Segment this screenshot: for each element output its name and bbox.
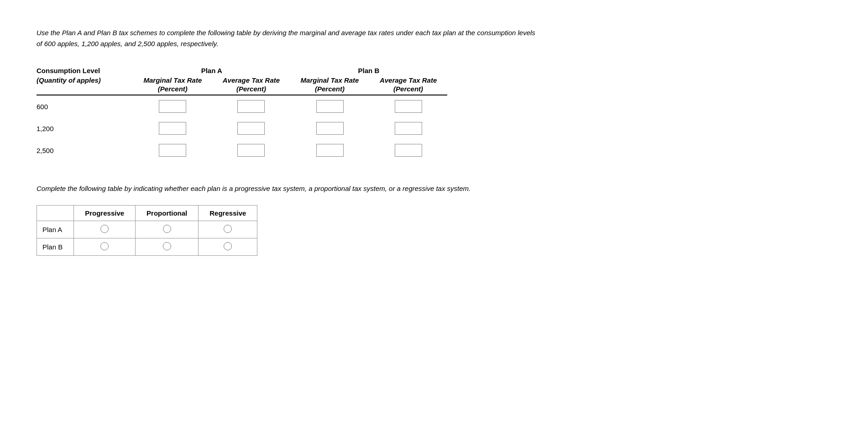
consumption-2500: 2,500 (37, 139, 133, 161)
type-header-row: Progressive Proportional Regressive (37, 206, 257, 221)
plan-a-progressive-cell (74, 221, 136, 238)
plan-a-marginal-600-cell (133, 95, 212, 117)
table-row: Plan A (37, 221, 257, 238)
plan-header-row: Consumption Level Plan A Plan B (37, 64, 447, 75)
plan-a-progressive-radio[interactable] (100, 225, 109, 233)
plan-a-marginal-2500-cell (133, 139, 212, 161)
plan-a-marginal-600-input[interactable] (159, 100, 186, 113)
plan-a-regressive-cell (199, 221, 257, 238)
table-row: 2,500 (37, 139, 447, 161)
table-row: Plan B (37, 238, 257, 256)
proportional-header: Proportional (136, 206, 199, 221)
tax-type-table: Progressive Proportional Regressive Plan… (37, 205, 257, 256)
plan-a-proportional-cell (136, 221, 199, 238)
plan-a-average-600-input[interactable] (237, 100, 265, 113)
plan-a-proportional-radio[interactable] (163, 225, 171, 233)
consumption-level-label: Consumption Level (37, 67, 100, 74)
plan-a-label: Plan A (37, 221, 74, 238)
plan-b-marginal-header: Marginal Tax Rate (290, 75, 369, 85)
plan-a-marginal-2500-input[interactable] (159, 144, 186, 157)
consumption-header: Consumption Level (37, 64, 133, 75)
plan-b-marginal-percent: (Percent) (290, 85, 369, 95)
plan-b-average-600-cell (369, 95, 447, 117)
main-section: Use the Plan A and Plan B tax schemes to… (37, 27, 831, 161)
plan-a-marginal-header: Marginal Tax Rate (133, 75, 212, 85)
regressive-header: Regressive (199, 206, 257, 221)
plan-b-proportional-radio[interactable] (163, 242, 171, 250)
consumption-1200: 1,200 (37, 117, 133, 139)
plan-a-marginal-1200-cell (133, 117, 212, 139)
plan-b-marginal-1200-input[interactable] (316, 122, 344, 135)
plan-b-average-1200-cell (369, 117, 447, 139)
table-row: 600 (37, 95, 447, 117)
plan-a-average-600-cell (212, 95, 290, 117)
plan-a-average-1200-input[interactable] (237, 122, 265, 135)
plan-b-regressive-radio[interactable] (224, 242, 232, 250)
plan-b-marginal-600-input[interactable] (316, 100, 344, 113)
plan-b-average-header: Average Tax Rate (369, 75, 447, 85)
table-row: 1,200 (37, 117, 447, 139)
plan-b-marginal-600-cell (290, 95, 369, 117)
plan-b-average-2500-input[interactable] (395, 144, 422, 157)
quantity-subheader: (Quantity of apples) (37, 75, 133, 85)
type-empty-header (37, 206, 74, 221)
plan-a-marginal-1200-input[interactable] (159, 122, 186, 135)
main-tax-table: Consumption Level Plan A Plan B (Quantit… (37, 64, 447, 161)
plan-a-header: Plan A (133, 64, 290, 75)
plan-b-proportional-cell (136, 238, 199, 256)
plan-b-label: Plan B (37, 238, 74, 256)
plan-b-average-2500-cell (369, 139, 447, 161)
plan-b-average-percent: (Percent) (369, 85, 447, 95)
plan-a-average-2500-cell (212, 139, 290, 161)
quantity-apples-label: (Quantity of apples) (37, 76, 101, 84)
percent-row: (Percent) (Percent) (Percent) (Percent) (37, 85, 447, 95)
second-instructions-text: Complete the following table by indicati… (37, 183, 539, 194)
plan-b-average-600-input[interactable] (395, 100, 422, 113)
plan-b-marginal-2500-cell (290, 139, 369, 161)
plan-b-average-1200-input[interactable] (395, 122, 422, 135)
plan-a-average-header: Average Tax Rate (212, 75, 290, 85)
plan-b-progressive-cell (74, 238, 136, 256)
plan-b-progressive-radio[interactable] (100, 242, 109, 250)
instructions-text: Use the Plan A and Plan B tax schemes to… (37, 27, 539, 49)
plan-b-header: Plan B (290, 64, 447, 75)
plan-a-average-1200-cell (212, 117, 290, 139)
plan-b-marginal-2500-input[interactable] (316, 144, 344, 157)
consumption-600: 600 (37, 95, 133, 117)
plan-a-regressive-radio[interactable] (224, 225, 232, 233)
plan-b-regressive-cell (199, 238, 257, 256)
plan-a-average-percent: (Percent) (212, 85, 290, 95)
plan-a-marginal-percent: (Percent) (133, 85, 212, 95)
plan-b-marginal-1200-cell (290, 117, 369, 139)
progressive-header: Progressive (74, 206, 136, 221)
subheader-row: (Quantity of apples) Marginal Tax Rate A… (37, 75, 447, 85)
plan-a-average-2500-input[interactable] (237, 144, 265, 157)
empty-header (37, 85, 133, 95)
